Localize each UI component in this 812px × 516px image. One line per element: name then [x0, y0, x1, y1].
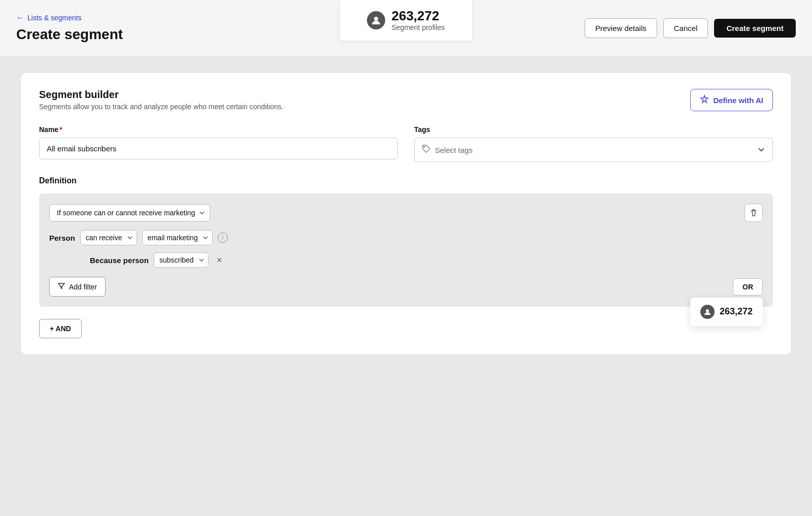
or-button[interactable]: OR — [733, 278, 763, 296]
form-row: Name* Tags Select tags — [39, 125, 773, 162]
create-segment-button[interactable]: Create segment — [714, 19, 796, 38]
definition-title: Definition — [39, 176, 773, 185]
profile-icon — [367, 11, 385, 29]
condition-select[interactable]: If someone can or cannot receive marketi… — [49, 204, 210, 221]
filter-box: If someone can or cannot receive marketi… — [39, 194, 773, 307]
card-subtitle: Segments allow you to track and analyze … — [39, 103, 284, 111]
popup-count: 263,272 — [720, 306, 753, 317]
name-field-group: Name* — [39, 125, 398, 162]
tags-placeholder: Select tags — [435, 146, 472, 154]
filter-funnel-icon — [58, 282, 65, 291]
tags-label: Tags — [414, 125, 773, 134]
page-title: Create segment — [16, 26, 123, 43]
popup-profile-icon — [700, 305, 715, 319]
definition-section: Definition If someone can or cannot rece… — [39, 176, 773, 338]
ai-sparkle-icon — [700, 94, 709, 106]
tags-dropdown[interactable]: Select tags — [414, 138, 773, 162]
info-icon[interactable]: i — [218, 233, 228, 243]
top-bar: ← Lists & segments Create segment 263,27… — [0, 0, 812, 56]
because-row: Because person subscribed × — [49, 252, 763, 268]
main-content: Segment builder Segments allow you to tr… — [0, 56, 812, 371]
tags-field-group: Tags Select tags — [414, 125, 773, 162]
svg-point-2 — [706, 309, 709, 312]
header-stats-panel: 263,272 Segment profiles — [340, 0, 472, 41]
can-receive-select[interactable]: can receive — [80, 230, 137, 245]
or-area: OR 263,272 — [733, 278, 763, 296]
required-star: * — [59, 125, 62, 134]
svg-point-1 — [424, 146, 425, 147]
filter-bottom: Add filter OR 263,272 — [49, 277, 763, 297]
segment-label: Segment profiles — [391, 23, 445, 31]
card-title: Segment builder — [39, 89, 284, 101]
name-label: Name* — [39, 125, 398, 134]
add-filter-label: Add filter — [69, 283, 97, 291]
email-marketing-select[interactable]: email marketing — [142, 230, 213, 245]
top-bar-actions: Preview details Cancel Create segment — [585, 18, 796, 38]
define-with-ai-button[interactable]: Define with AI — [690, 89, 773, 111]
back-arrow-icon: ← — [16, 13, 24, 22]
stats-text: 263,272 Segment profiles — [391, 9, 445, 31]
name-input[interactable] — [39, 138, 398, 159]
tags-dropdown-inner: Select tags — [422, 144, 472, 155]
because-label: Because person — [90, 256, 149, 265]
chevron-down-icon — [757, 145, 765, 155]
delete-filter-button[interactable] — [745, 204, 763, 222]
remove-because-button[interactable]: × — [214, 254, 225, 267]
segment-count: 263,272 — [391, 9, 445, 22]
svg-point-0 — [374, 17, 378, 21]
cancel-button[interactable]: Cancel — [663, 18, 708, 38]
add-filter-button[interactable]: Add filter — [49, 277, 106, 297]
top-bar-left: ← Lists & segments Create segment — [16, 13, 123, 43]
subscribed-select[interactable]: subscribed — [154, 252, 209, 268]
tag-icon — [422, 144, 431, 155]
person-row: Person can receive email marketing i — [49, 230, 763, 245]
define-ai-label: Define with AI — [713, 96, 763, 105]
back-link-label: Lists & segments — [27, 14, 82, 22]
segment-builder-card: Segment builder Segments allow you to tr… — [20, 72, 792, 355]
or-count-popup: 263,272 — [690, 298, 763, 326]
person-label: Person — [49, 234, 75, 242]
back-link[interactable]: ← Lists & segments — [16, 13, 123, 22]
card-header-left: Segment builder Segments allow you to tr… — [39, 89, 284, 111]
filter-top-row: If someone can or cannot receive marketi… — [49, 204, 763, 222]
and-button[interactable]: + AND — [39, 319, 82, 338]
card-header: Segment builder Segments allow you to tr… — [39, 89, 773, 111]
preview-button[interactable]: Preview details — [585, 18, 657, 38]
